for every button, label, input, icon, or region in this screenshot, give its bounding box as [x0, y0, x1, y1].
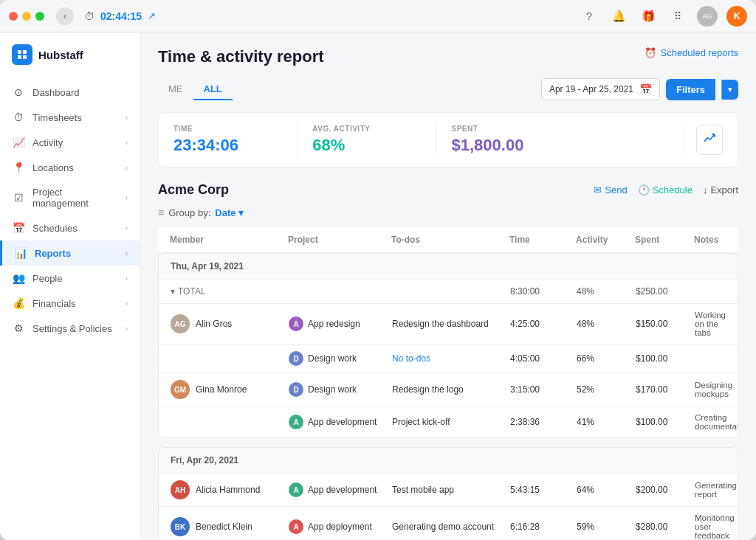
tab-all[interactable]: ALL: [193, 79, 233, 100]
time-value: 4:05:00: [510, 353, 577, 364]
activity-value: 59%: [577, 522, 636, 532]
table-header: Member Project To-dos Time Activity Spen…: [158, 227, 738, 253]
grid-icon: ⠿: [674, 10, 681, 22]
date-picker[interactable]: Apr 19 - Apr 25, 2021 📅: [541, 78, 660, 100]
help-button[interactable]: ?: [579, 6, 599, 27]
sidebar-item-settings[interactable]: ⚙ Settings & Policies ›: [0, 316, 140, 341]
member-cell: GM Gina Monroe: [171, 380, 289, 399]
stat-chart-button[interactable]: [696, 125, 723, 155]
sidebar: Hubstaff ⊙ Dashboard ⏱ Timesheets › 📈 Ac…: [0, 32, 140, 540]
sidebar-item-reports[interactable]: 📊 Reports ›: [0, 240, 140, 266]
project-cell: D Design work: [289, 351, 392, 366]
member-cell: AG Alin Gros: [171, 314, 289, 333]
member-avatar: AH: [171, 480, 190, 499]
project-badge: D: [289, 382, 303, 397]
spent-value: $100.00: [636, 353, 695, 364]
sidebar-item-label: Schedules: [32, 223, 118, 234]
section-actions: ✉ Send 🕐 Schedule ↓ Export: [594, 184, 738, 195]
sidebar-item-project-management[interactable]: ☑ Project management ›: [0, 180, 140, 215]
table-row: A App development Project kick-off 2:38:…: [159, 406, 738, 437]
dashboard-icon: ⊙: [12, 86, 25, 98]
reports-icon: 📊: [14, 247, 27, 259]
page-header: Time & activity report ⏰ Scheduled repor…: [158, 47, 738, 66]
table-row: AG Alin Gros A App redesign Redesign the…: [159, 304, 738, 345]
fullscreen-button[interactable]: [35, 12, 44, 21]
minimize-button[interactable]: [22, 12, 31, 21]
member-cell: BK Benedict Klein: [171, 517, 289, 536]
todo-value: Redesign the dashboard: [392, 319, 510, 329]
time-value: 5:43:15: [510, 485, 577, 495]
time-value: 2:38:36: [510, 417, 577, 427]
timer-value[interactable]: 02:44:15: [100, 10, 142, 22]
tab-me[interactable]: ME: [158, 79, 193, 100]
user-avatar-k[interactable]: K: [726, 6, 747, 27]
scheduled-reports-link[interactable]: ⏰ Scheduled reports: [645, 47, 738, 58]
project-badge: A: [289, 519, 303, 534]
sidebar-item-schedules[interactable]: 📅 Schedules ›: [0, 215, 140, 240]
main-layout: Hubstaff ⊙ Dashboard ⏱ Timesheets › 📈 Ac…: [0, 32, 756, 540]
timer-area: ⏱ 02:44:15 ↗: [84, 10, 156, 22]
sidebar-logo: Hubstaff: [0, 32, 140, 74]
spent-value: $280.00: [636, 522, 695, 532]
header-right: ? 🔔 🎁 ⠿ AG K: [579, 6, 747, 27]
close-button[interactable]: [9, 12, 18, 21]
sidebar-item-label: Locations: [32, 162, 118, 173]
help-icon: ?: [586, 10, 592, 22]
stat-activity-label: AVG. ACTIVITY: [312, 125, 421, 133]
total-label: ▾ TOTAL: [171, 286, 289, 297]
date-group-2: Fri, Apr 20, 2021 AH Alicia Hammond A Ap…: [158, 447, 738, 540]
chevron-icon: ›: [126, 325, 128, 333]
sidebar-item-timesheets[interactable]: ⏱ Timesheets ›: [0, 105, 140, 130]
filters-button[interactable]: Filters: [666, 79, 715, 100]
group-by-label: Group by:: [168, 207, 210, 218]
scheduled-reports-label: Scheduled reports: [660, 47, 738, 58]
group-by-select[interactable]: Date ▾: [215, 207, 244, 218]
member-avatar: BK: [171, 517, 190, 536]
col-time: Time: [509, 235, 576, 245]
send-label: Send: [605, 184, 627, 195]
schedule-label: Schedule: [653, 184, 693, 195]
back-button[interactable]: ‹: [56, 7, 74, 25]
spent-value: $100.00: [636, 417, 695, 427]
activity-value: 41%: [577, 417, 636, 427]
stat-time-label: TIME: [173, 125, 282, 133]
avatar[interactable]: AG: [697, 6, 718, 27]
stat-activity-value: 68%: [312, 136, 421, 155]
notes-value: Generating report: [695, 481, 737, 499]
traffic-lights: [9, 12, 44, 21]
activity-icon: 📈: [12, 136, 25, 148]
sidebar-item-locations[interactable]: 📍 Locations ›: [0, 155, 140, 180]
send-icon: ✉: [594, 184, 602, 195]
sidebar-item-people[interactable]: 👥 People ›: [0, 266, 140, 291]
col-activity: Activity: [576, 235, 635, 245]
sidebar-item-label: Settings & Policies: [32, 323, 118, 334]
project-name: Design work: [308, 353, 357, 364]
notes-value: Monitoring user feedback: [695, 513, 735, 540]
table-row: D Design work No to-dos 4:05:00 66% $100…: [159, 345, 738, 373]
date-range-value: Apr 19 - Apr 25, 2021: [549, 84, 633, 94]
project-cell: D Design work: [289, 382, 392, 397]
col-member: Member: [170, 235, 288, 245]
filters-dropdown-button[interactable]: ▾: [721, 80, 738, 100]
bell-button[interactable]: 🔔: [608, 6, 629, 27]
table-row: BK Benedict Klein A App deployment Gener…: [159, 507, 738, 540]
chevron-icon: ›: [126, 194, 128, 202]
project-cell: A App development: [289, 482, 392, 497]
gift-button[interactable]: 🎁: [638, 6, 659, 27]
page-title: Time & activity report: [158, 47, 324, 66]
sidebar-item-activity[interactable]: 📈 Activity ›: [0, 130, 140, 155]
col-spent: Spent: [635, 235, 694, 245]
sidebar-item-dashboard[interactable]: ⊙ Dashboard: [0, 80, 140, 105]
send-button[interactable]: ✉ Send: [594, 184, 627, 195]
export-button[interactable]: ↓ Export: [703, 184, 738, 195]
project-name: Design work: [308, 384, 357, 395]
chevron-icon: ›: [126, 274, 128, 283]
time-value: 4:25:00: [510, 319, 577, 329]
timer-arrow-icon[interactable]: ↗: [148, 10, 156, 21]
schedule-button[interactable]: 🕐 Schedule: [638, 184, 693, 195]
apps-grid-button[interactable]: ⠿: [667, 6, 688, 27]
sidebar-item-financials[interactable]: 💰 Financials ›: [0, 291, 140, 316]
total-spent: $250.00: [636, 286, 695, 297]
project-badge: A: [289, 316, 303, 331]
tabs-row: ME ALL Apr 19 - Apr 25, 2021 📅 Filters ▾: [158, 78, 738, 100]
